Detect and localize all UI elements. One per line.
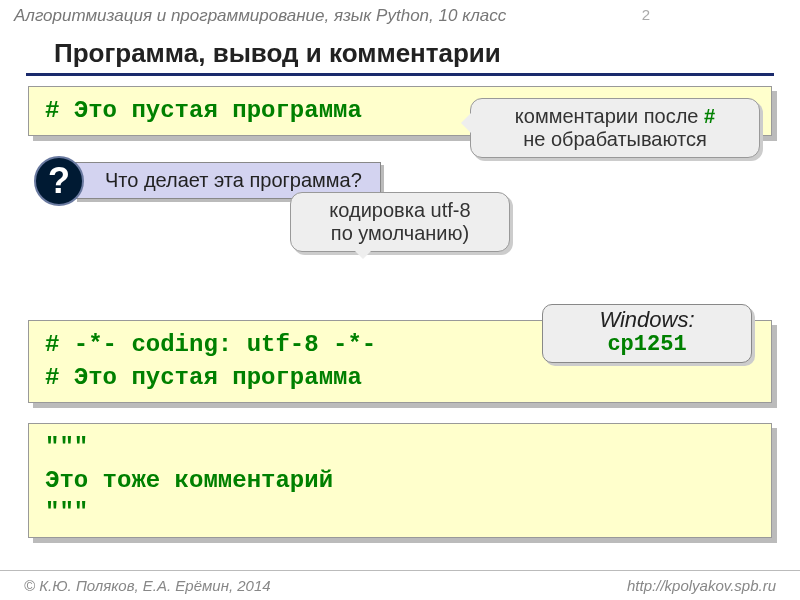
page-number: 2 bbox=[642, 6, 650, 23]
slide-content: # Это пустая программа комментарии после… bbox=[0, 86, 800, 538]
footer-url: http://kpolyakov.spb.ru bbox=[627, 577, 776, 594]
code-line: """ bbox=[45, 432, 755, 464]
windows-label: Windows: bbox=[599, 307, 694, 332]
question-text: Что делает эта программа? bbox=[105, 169, 362, 191]
code-line: # Это пустая программа bbox=[45, 97, 362, 124]
callout-text-2: не обрабатываются bbox=[523, 128, 707, 150]
slide-title: Программа, вывод и комментарии bbox=[26, 30, 774, 76]
cp1251-label: cp1251 bbox=[607, 332, 686, 357]
slide-header: Алгоритмизация и программирование, язык … bbox=[0, 0, 800, 30]
copyright: © К.Ю. Поляков, Е.А. Ерёмин, 2014 bbox=[24, 577, 271, 594]
callout-comments: комментарии после # не обрабатываются bbox=[470, 98, 760, 158]
code-line: """ bbox=[45, 497, 755, 529]
code-block-3: """ Это тоже комментарий """ bbox=[28, 423, 772, 538]
encoding-line1: кодировка utf-8 bbox=[329, 199, 470, 221]
encoding-line2: по умолчанию) bbox=[331, 222, 469, 244]
course-title: Алгоритмизация и программирование, язык … bbox=[14, 6, 506, 25]
callout-windows: Windows: cp1251 bbox=[542, 304, 752, 363]
callout-encoding: кодировка utf-8 по умолчанию) bbox=[290, 192, 510, 252]
slide-footer: © К.Ю. Поляков, Е.А. Ерёмин, 2014 http:/… bbox=[0, 570, 800, 600]
code-line: # Это пустая программа bbox=[45, 362, 755, 394]
hash-symbol: # bbox=[704, 105, 715, 127]
code-line: Это тоже комментарий bbox=[45, 465, 755, 497]
callout-text: комментарии после bbox=[515, 105, 704, 127]
